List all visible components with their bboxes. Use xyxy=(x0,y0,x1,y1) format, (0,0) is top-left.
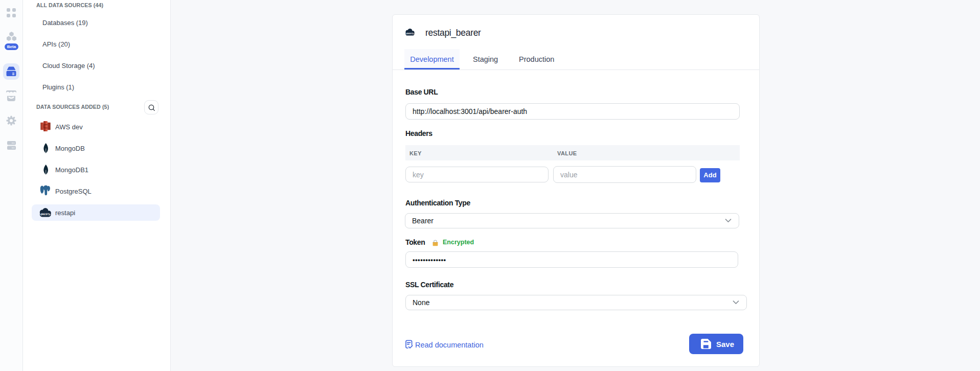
svg-text:(REST): (REST) xyxy=(406,33,414,35)
svg-text:(REST): (REST) xyxy=(41,213,50,216)
